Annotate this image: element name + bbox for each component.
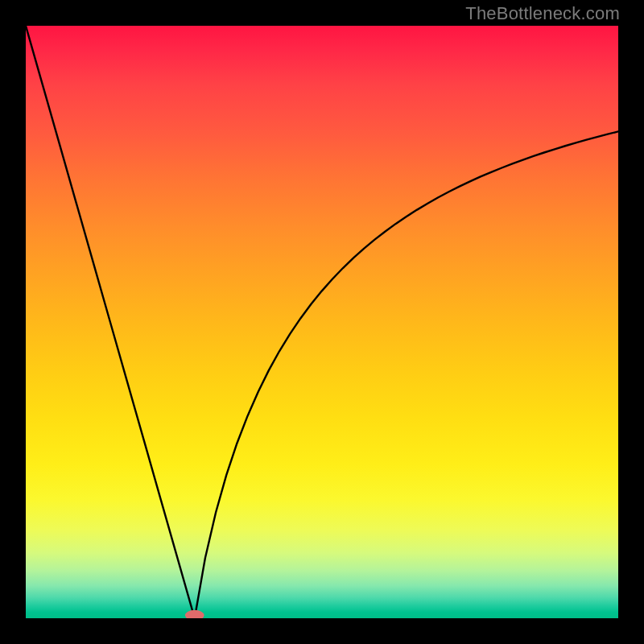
bottleneck-curve bbox=[26, 26, 618, 618]
curve-right-branch bbox=[195, 131, 618, 618]
curve-layer bbox=[26, 26, 618, 618]
minimum-marker bbox=[185, 610, 204, 618]
chart-frame: TheBottleneck.com bbox=[0, 0, 644, 644]
plot-area bbox=[26, 26, 618, 618]
watermark-text: TheBottleneck.com bbox=[465, 3, 620, 24]
curve-left-branch bbox=[26, 26, 195, 618]
